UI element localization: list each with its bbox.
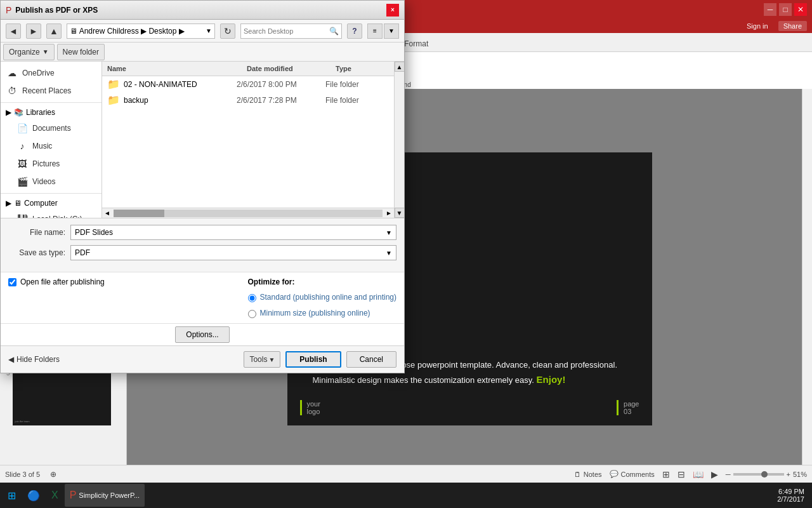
tools-button[interactable]: Tools ▼ [244,351,280,368]
onedrive-icon: ☁ [6,67,18,79]
dialog-filelist: 📁 02 - NON-ANIMATED 2/6/2017 8:00 PM Fil… [102,76,394,208]
organize-button[interactable]: Organize ▼ [3,44,55,60]
sidebar-item-documents[interactable]: 📄 Documents [1,119,102,137]
filelist-area: Name Date modified Type 📁 02 - NON-ANIMA… [102,62,394,218]
search-bar[interactable]: 🔍 [240,23,342,39]
computer-expand-icon: ▶ [6,199,11,208]
hscroll-track[interactable] [114,210,383,217]
filename-label: File name: [8,228,65,237]
localdisk-icon: 💾 [16,213,29,218]
view-dropdown-button[interactable]: ▼ [384,23,399,39]
table-row[interactable]: 📁 02 - NON-ANIMATED 2/6/2017 8:00 PM Fil… [102,76,394,92]
publish-dialog: P Publish as PDF or XPS × ◄ ► ▲ 🖥 Andrew… [0,0,405,373]
table-row[interactable]: 📁 backup 2/6/2017 7:28 PM File folder [102,92,394,108]
pictures-icon: 🖼 [16,157,29,170]
refresh-button[interactable]: ↻ [220,23,235,39]
filename-row: File name: PDF Slides ▼ [8,225,396,240]
breadcrumb[interactable]: 🖥 Andrew Childress ▶ Desktop ▶ ▼ [67,23,215,39]
file-type-2: File folder [325,96,389,105]
hide-folders-icon: ◀ [8,355,14,364]
videos-icon: 🎬 [16,175,29,188]
sidebar-item-videos[interactable]: 🎬 Videos [1,173,102,190]
h-scrollbar[interactable]: ◄ ► [102,208,394,218]
saveas-dropdown[interactable]: ▼ [386,250,392,257]
nav-up-button[interactable]: ▲ [46,23,62,39]
videos-label: Videos [32,177,55,186]
file-name-2: backup [124,96,237,105]
expand-icon: ▶ [6,108,11,117]
sidebar-group-computer[interactable]: ▶ 🖥 Computer [1,196,102,210]
folder-icon-2: 📁 [107,94,120,106]
options-button[interactable]: Options... [175,326,229,343]
dialog-title: Publish as PDF or XPS [15,6,383,15]
view-list-button[interactable]: ≡ [367,23,383,39]
new-folder-label: New folder [63,48,99,57]
sidebar-divider-2 [1,193,102,194]
sidebar-item-localdisk[interactable]: 💾 Local Disk (C:) [1,210,102,218]
sidebar-item-recent[interactable]: ⏱ Recent Places [1,82,102,100]
sidebar-item-music[interactable]: ♪ Music [1,137,102,155]
search-input[interactable] [244,27,329,35]
music-label: Music [32,142,52,150]
col-date: Date modified [242,63,331,74]
tools-label: Tools [249,355,267,364]
hide-folders-label: Hide Folders [16,355,60,364]
libraries-label: Libraries [26,108,55,117]
checkbox-row: Open file after publishing [8,277,105,286]
hide-folders-button[interactable]: ◀ Hide Folders [8,355,60,364]
dialog-footer: ◀ Hide Folders Tools ▼ Publish Cancel [1,345,404,373]
dialog-titlebar: P Publish as PDF or XPS × [1,1,404,20]
saveas-label: Save as type: [8,248,65,257]
publish-button[interactable]: Publish [285,351,341,368]
vscroll-down-btn[interactable]: ▼ [395,208,405,218]
filename-dropdown[interactable]: ▼ [386,229,392,236]
folder-icon-1: 📁 [107,78,120,90]
radio-minimum[interactable]: Minimum size (publishing online) [248,309,396,318]
open-file-checkbox[interactable] [8,278,16,286]
dialog-options: Open file after publishing Optimize for:… [1,272,404,323]
dialog-sidebar: ☁ OneDrive ⏱ Recent Places ▶ 📚 Libraries [1,62,102,218]
search-icon[interactable]: 🔍 [329,27,339,36]
vscroll-up-btn[interactable]: ▲ [395,62,405,72]
dialog-form: File name: PDF Slides ▼ Save as type: PD… [1,218,404,272]
music-icon: ♪ [16,140,29,152]
sidebar-group-libraries[interactable]: ▶ 📚 Libraries [1,105,102,119]
filename-value: PDF Slides [75,228,113,237]
radio-minimum-label: Minimum size (publishing online) [260,309,370,318]
hscroll-thumb[interactable] [114,210,164,217]
radio-minimum-input[interactable] [248,310,256,318]
dialog-close-button[interactable]: × [386,4,399,17]
open-file-label: Open file after publishing [20,277,105,286]
file-date-2: 2/6/2017 7:28 PM [237,96,325,105]
sidebar-item-pictures[interactable]: 🖼 Pictures [1,155,102,173]
nav-forward-button[interactable]: ► [26,23,41,39]
radio-standard-input[interactable] [248,294,256,302]
cancel-button[interactable]: Cancel [346,351,396,368]
documents-label: Documents [32,124,71,133]
new-folder-button[interactable]: New folder [57,44,105,60]
dialog-icon: P [6,5,11,15]
radio-standard[interactable]: Standard (publishing online and printing… [248,293,396,302]
help-button[interactable]: ? [347,23,362,39]
file-date-1: 2/6/2017 8:00 PM [237,80,325,89]
onedrive-label: OneDrive [22,69,55,77]
radio-standard-label: Standard (publishing online and printing… [260,293,396,302]
filename-input[interactable]: PDF Slides ▼ [70,225,396,240]
tools-arrow: ▼ [268,356,275,363]
file-type-1: File folder [325,80,389,89]
hscroll-left-btn[interactable]: ◄ [102,208,112,218]
sidebar-item-onedrive[interactable]: ☁ OneDrive [1,64,102,82]
options-btn-row: Options... [1,323,404,345]
sidebar-divider-1 [1,102,102,103]
saveas-select[interactable]: PDF ▼ [70,245,396,260]
nav-back-button[interactable]: ◄ [6,23,21,39]
saveas-value: PDF [75,248,90,257]
col-name: Name [102,63,242,74]
hscroll-right-btn[interactable]: ► [384,208,394,218]
vscroll-track[interactable] [395,72,405,208]
filelist-header: Name Date modified Type [102,62,394,76]
breadcrumb-dropdown-icon[interactable]: ▼ [206,27,212,34]
dialog-toolbar: ◄ ► ▲ 🖥 Andrew Childress ▶ Desktop ▶ ▼ ↻… [1,20,404,43]
breadcrumb-text: 🖥 Andrew Childress ▶ Desktop ▶ [70,27,185,36]
v-scrollbar[interactable]: ▲ ▼ [394,62,404,218]
